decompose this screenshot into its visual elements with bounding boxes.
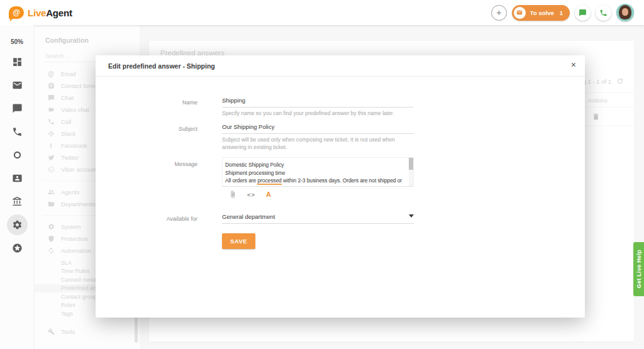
left-icon-rail: 50% [0,25,35,349]
message-line-1: Domestic Shipping Policy [225,161,406,169]
name-helper-text: Specify name so you can find your predef… [222,110,414,118]
font-color-icon[interactable]: A [266,191,271,198]
start-call-button[interactable] [596,5,611,21]
start-chat-button[interactable] [575,5,591,21]
name-input[interactable]: Shipping [222,97,414,108]
subject-field-group: Our Shipping Policy Subject will be used… [222,123,414,152]
save-button[interactable]: SAVE [222,233,255,249]
plus-icon: + [496,8,501,17]
available-for-select[interactable]: General department [222,213,414,224]
subject-label: Subject [96,126,197,132]
message-textarea[interactable]: Domestic Shipping Policy Shipment proces… [222,157,414,187]
phone-icon [599,9,608,17]
available-for-field-group: General department [222,213,414,224]
chat-bubble-icon [12,103,23,114]
to-solve-count-badge: 1 [560,9,563,16]
ticket-icon [514,7,526,19]
logo-text: LiveAgent [28,8,72,18]
header-actions: + To solve 1 [491,4,644,21]
logo-agent: Agent [46,8,72,18]
user-avatar[interactable] [616,4,634,21]
attach-file-icon[interactable] [229,191,236,198]
rail-customers-button[interactable] [0,167,34,190]
message-field-group: Domestic Shipping Policy Shipment proces… [222,157,414,187]
get-live-help-tab[interactable]: Get Live Help [633,242,644,296]
star-circle-icon [12,243,23,253]
usage-percent-badge: 50% [11,38,23,45]
modal-header: Edit predefined answer - Shipping [96,55,585,77]
create-new-button[interactable]: + [491,5,507,21]
rail-social-button[interactable] [0,143,34,167]
message-scrollbar-thumb[interactable] [409,158,413,170]
rail-configuration-button[interactable] [0,213,34,236]
rail-gamification-button[interactable] [0,236,34,260]
available-for-value: General department [222,213,275,220]
spellcheck-marked-word: processed [257,177,281,185]
subject-input[interactable]: Our Shipping Policy [222,123,414,134]
message-line-2: Shipment processing time [225,169,406,177]
close-icon[interactable]: × [571,60,576,69]
liveagent-logo: @ LiveAgent [0,6,72,19]
to-solve-label: To solve [530,9,554,16]
dropdown-caret-icon [409,214,414,218]
rail-tickets-button[interactable] [0,74,34,97]
to-solve-button[interactable]: To solve 1 [512,5,570,21]
rail-billing-button[interactable] [0,190,34,213]
logo-bubble-icon: @ [9,6,24,19]
message-line-3: All orders are processed within 2-3 busi… [225,177,406,185]
name-label: Name [96,99,197,106]
message-scrollbar[interactable] [409,158,413,186]
dashboard-icon [12,57,23,67]
logo-live: Live [28,8,46,18]
rail-chat-button[interactable] [0,97,34,120]
logo-at-glyph: @ [13,8,20,17]
message-label: Message [96,161,197,167]
chat-icon [579,9,587,17]
top-header: @ LiveAgent + To solve 1 [0,0,644,25]
get-live-help-label: Get Live Help [636,250,642,288]
phone-icon [12,126,23,137]
message-toolbar: <> A [229,191,271,198]
bank-icon [12,196,23,207]
available-for-label: Available for [96,216,197,222]
active-rail-highlight [7,214,28,235]
name-field-group: Shipping Specify name so you can find yo… [222,97,414,118]
rail-call-button[interactable] [0,120,34,143]
gear-icon [12,219,23,230]
ring-icon [12,150,23,160]
edit-predefined-answer-modal: Edit predefined answer - Shipping × Name… [96,55,585,318]
modal-title: Edit predefined answer - Shipping [108,62,215,70]
contact-card-icon [12,173,23,184]
code-view-icon[interactable]: <> [247,191,255,198]
envelope-icon [12,80,23,91]
rail-dashboard-button[interactable] [0,50,34,74]
subject-helper-text: Subject will be used only when composing… [222,136,414,152]
